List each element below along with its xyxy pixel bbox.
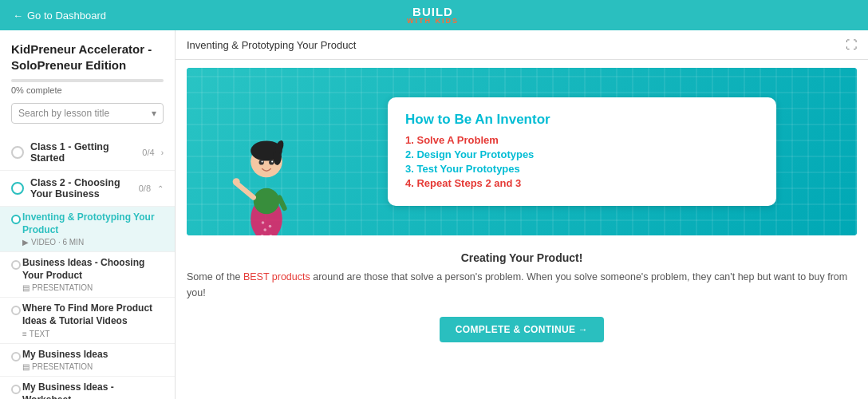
step-3: 3. Test Your Prototypes — [405, 163, 759, 175]
content-body-text: Some of the BEST products around are tho… — [187, 269, 857, 301]
expand-button[interactable]: ⛶ — [846, 38, 857, 51]
lesson-item-5[interactable]: My Business Ideas - Worksheet ⬇ DOWNLOAD… — [0, 377, 175, 399]
class-2-count: 0/8 — [139, 184, 151, 193]
lesson-4-type: PRESENTATION — [32, 362, 93, 371]
complete-btn-wrapper: COMPLETE & CONTINUE → — [176, 309, 868, 350]
content-area: Inventing & Prototyping Your Product ⛶ — [176, 30, 868, 399]
svg-point-1 — [262, 221, 265, 224]
back-to-dashboard-button[interactable]: ← Go to Dashboard — [13, 10, 106, 22]
lesson-search-input[interactable]: Search by lesson title ▾ — [11, 103, 164, 124]
class-1-item[interactable]: Class 1 - Getting Started 0/4 › — [0, 135, 175, 171]
svg-point-3 — [264, 228, 267, 231]
inventor-card: How to Be An Inventor 1. Solve A Problem… — [388, 97, 776, 206]
content-header: Inventing & Prototyping Your Product ⛶ — [176, 30, 868, 60]
lesson-item-3[interactable]: Where To Find More Product Ideas & Tutor… — [0, 298, 175, 343]
content-header-title: Inventing & Prototyping Your Product — [187, 39, 356, 51]
svg-point-11 — [262, 160, 263, 162]
search-placeholder-text: Search by lesson title — [18, 108, 109, 119]
svg-point-10 — [270, 160, 274, 164]
lesson-item-1[interactable]: Inventing & Prototyping Your Product ▶ V… — [0, 207, 175, 252]
svg-point-4 — [254, 188, 279, 214]
sidebar-header: KidPreneur Accelerator - SoloPreneur Edi… — [0, 30, 175, 135]
lesson-2-title: Business Ideas - Choosing Your Product — [22, 257, 164, 282]
step-2: 2. Design Your Prototypes — [405, 148, 759, 160]
class-2-chevron-icon: ⌃ — [157, 184, 164, 193]
lesson-1-dot — [11, 215, 21, 224]
lesson-3-title: Where To Find More Product Ideas & Tutor… — [22, 302, 164, 327]
class-2-status-icon — [11, 182, 24, 195]
video-icon: ▶ — [22, 238, 29, 247]
lesson-4-title: My Business Ideas — [22, 349, 164, 361]
video-container[interactable]: How to Be An Inventor 1. Solve A Problem… — [187, 68, 857, 235]
inventor-card-title: How to Be An Inventor — [405, 112, 759, 128]
lesson-1-type: VIDEO · 6 MIN — [31, 238, 84, 247]
class-2-label: Class 2 - Choosing Your Business — [30, 177, 132, 200]
lesson-2-type: PRESENTATION — [32, 283, 93, 292]
svg-line-15 — [280, 198, 285, 209]
chevron-down-icon: ▾ — [152, 108, 156, 119]
lesson-5-title: My Business Ideas - Worksheet — [22, 381, 164, 399]
class-1-count: 0/4 — [142, 148, 154, 157]
lesson-5-dot — [11, 385, 21, 394]
progress-bar-container — [11, 79, 164, 82]
course-title: KidPreneur Accelerator - SoloPreneur Edi… — [11, 41, 164, 73]
class-1-label: Class 1 - Getting Started — [30, 141, 136, 164]
svg-point-2 — [269, 225, 272, 228]
logo-sub-text: WITH KIDS — [407, 18, 459, 25]
class-1-chevron-icon: › — [161, 148, 164, 157]
top-nav: ← Go to Dashboard BUILD WITH KIDS — [0, 0, 868, 30]
lesson-2-dot — [11, 260, 21, 270]
lesson-3-meta: ≡ TEXT — [22, 330, 164, 338]
back-label: Go to Dashboard — [27, 10, 106, 22]
content-body-title: Creating Your Product! — [187, 251, 857, 264]
sidebar: KidPreneur Accelerator - SoloPreneur Edi… — [0, 30, 176, 399]
svg-line-13 — [237, 184, 254, 198]
video-background: How to Be An Inventor 1. Solve A Problem… — [187, 68, 857, 235]
lesson-1-title: Inventing & Prototyping Your Product — [22, 211, 164, 236]
class-2-item[interactable]: Class 2 - Choosing Your Business 0/8 ⌃ — [0, 171, 175, 207]
logo-build-text: BUILD — [412, 6, 453, 18]
text-icon: ≡ — [22, 330, 27, 338]
lesson-3-dot — [11, 306, 21, 315]
presentation-icon: ▤ — [22, 283, 30, 292]
back-arrow-icon: ← — [13, 10, 23, 22]
class-1-status-icon — [11, 146, 24, 159]
progress-label: 0% complete — [11, 85, 164, 95]
lesson-4-dot — [11, 352, 21, 361]
lesson-1-meta: ▶ VIDEO · 6 MIN — [22, 238, 164, 247]
app-logo: BUILD WITH KIDS — [407, 6, 459, 25]
body-text-p1: Some of the — [187, 271, 243, 282]
step-4: 4. Repeat Steps 2 and 3 — [405, 177, 759, 189]
presentation2-icon: ▤ — [22, 362, 30, 371]
step-1: 1. Solve A Problem — [405, 134, 759, 146]
svg-point-14 — [233, 178, 240, 185]
lesson-4-meta: ▤ PRESENTATION — [22, 362, 164, 371]
lesson-item-4[interactable]: My Business Ideas ▤ PRESENTATION — [0, 344, 175, 377]
character-illustration — [227, 108, 306, 235]
svg-point-12 — [272, 160, 274, 162]
svg-point-9 — [259, 160, 264, 164]
complete-continue-button[interactable]: COMPLETE & CONTINUE → — [440, 317, 604, 342]
content-body: Creating Your Product! Some of the BEST … — [176, 243, 868, 309]
main-layout: KidPreneur Accelerator - SoloPreneur Edi… — [0, 30, 868, 399]
content-scroll: How to Be An Inventor 1. Solve A Problem… — [176, 60, 868, 399]
lesson-3-type: TEXT — [30, 330, 50, 338]
lesson-2-meta: ▤ PRESENTATION — [22, 283, 164, 292]
lesson-item-2[interactable]: Business Ideas - Choosing Your Product ▤… — [0, 252, 175, 298]
body-text-highlight: BEST products — [243, 271, 310, 282]
